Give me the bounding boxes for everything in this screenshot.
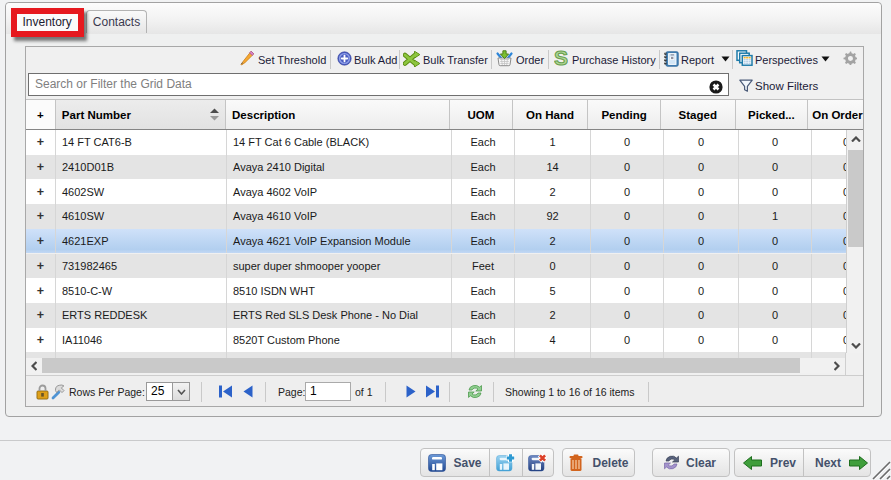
svg-text:S: S — [554, 49, 568, 68]
